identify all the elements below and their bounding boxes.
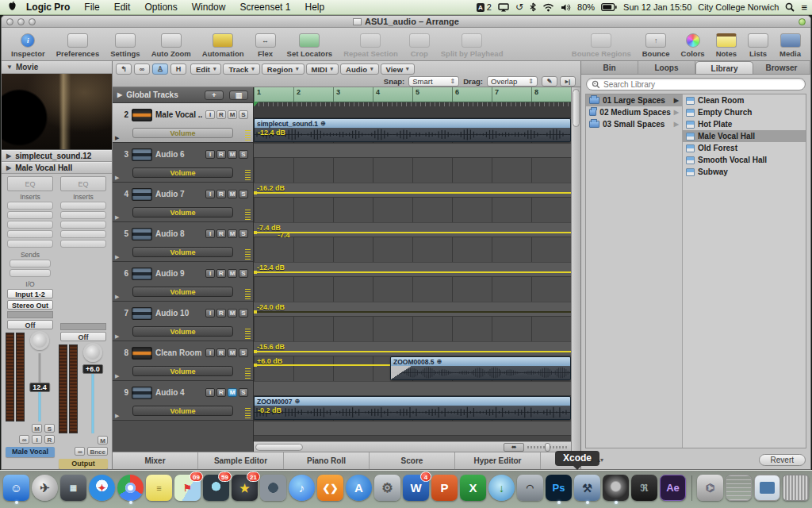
catch-playhead-icon[interactable]: ♙ — [152, 64, 168, 75]
zoom-slider[interactable] — [527, 446, 569, 448]
solo-button[interactable]: S — [239, 309, 248, 318]
global-tracks-header[interactable]: ▶ Global Tracks + ▥ — [113, 87, 253, 103]
arrange-menu-region[interactable]: Region▾ — [262, 64, 304, 75]
insert-slot[interactable] — [60, 240, 106, 248]
drag-popup[interactable]: Overlap⇕ — [487, 76, 538, 87]
dock-powerpoint[interactable]: P — [431, 472, 458, 504]
library-item-hot-plate[interactable]: Hot Plate — [683, 118, 806, 130]
solo-button[interactable]: S — [239, 229, 248, 238]
editor-tab-piano-roll[interactable]: Piano Roll — [284, 452, 370, 469]
dock-itunes[interactable]: ♪ — [288, 472, 316, 504]
toolbar-settings[interactable]: Settings — [105, 33, 144, 58]
tab-loops[interactable]: Loops — [638, 61, 695, 74]
mute-button[interactable]: M — [228, 269, 237, 278]
automation-lane[interactable] — [254, 421, 571, 435]
dock-dragon[interactable]: ℜ — [630, 472, 658, 504]
movie-section-header[interactable]: ▼Movie — [2, 61, 112, 74]
automation-lane[interactable]: -16.2 dB — [254, 183, 571, 197]
send-slot[interactable] — [10, 269, 51, 277]
region-parameters-header[interactable]: ▶simplecut_sound.12 — [2, 150, 112, 162]
tab-library[interactable]: Library — [695, 61, 753, 74]
dock-excel[interactable]: X — [459, 472, 487, 504]
fullscreen-button[interactable] — [799, 18, 806, 25]
input-monitor-button[interactable]: I — [205, 348, 215, 357]
toolbar-bounce[interactable]: ↑Bounce — [638, 33, 675, 58]
dock-finder[interactable]: ☺ — [2, 472, 30, 504]
title-bar[interactable]: ASU1_audio – Arrange — [2, 16, 810, 28]
solo-button[interactable]: S — [239, 269, 248, 278]
disclosure-triangle-icon[interactable]: ▶ — [115, 254, 119, 260]
record-enable-button[interactable]: R — [216, 150, 226, 159]
track-header-audio-4[interactable]: 9Audio 4IRMSVolume▶ — [113, 381, 253, 421]
insert-slot[interactable] — [60, 230, 106, 238]
library-item-old-forest[interactable]: Old Forest — [683, 142, 806, 154]
insert-slot[interactable] — [7, 202, 53, 210]
send-slot[interactable] — [10, 260, 51, 267]
tab-browser[interactable]: Browser — [753, 61, 810, 74]
automation-mode-button[interactable]: Off — [60, 332, 106, 341]
automation-node[interactable] — [254, 350, 257, 353]
menu-edit[interactable]: Edit — [107, 0, 138, 15]
automation-node[interactable] — [254, 364, 257, 367]
volume-automation-line[interactable] — [254, 232, 571, 233]
toolbar-auto-zoom[interactable]: Auto Zoom — [147, 33, 196, 58]
disclosure-triangle-icon[interactable]: ▶ — [115, 333, 119, 340]
zoom-slider-knob[interactable] — [545, 443, 550, 452]
input-monitor-button[interactable]: I — [205, 229, 215, 238]
disclosure-triangle-icon[interactable]: ▶ — [115, 413, 119, 419]
track-header-male-vocal[interactable]: 2Male Vocal ...IRMSVolume▶ — [113, 103, 253, 143]
dock-chrome[interactable] — [117, 472, 144, 504]
library-item-male-vocal-hall[interactable]: Male Vocal Hall — [683, 130, 806, 142]
library-item-smooth-vocal-hall[interactable]: Smooth Vocal Hall — [683, 154, 806, 166]
bounce-button[interactable]: Bnce — [87, 447, 108, 456]
arrange-menu-audio[interactable]: Audio▾ — [340, 64, 378, 75]
record-enable-button[interactable]: R — [216, 229, 226, 238]
volume-automation-line[interactable] — [254, 311, 571, 313]
dock-photos[interactable] — [259, 472, 287, 504]
waveform-zoom-button[interactable]: ⬌ — [504, 443, 524, 452]
automation-node[interactable] — [254, 191, 257, 194]
arrange-menu-midi[interactable]: MIDI▾ — [306, 64, 339, 75]
mute-button[interactable]: M — [228, 388, 237, 397]
track-header-audio-9[interactable]: 6Audio 9IRMSVolume▶ — [113, 262, 253, 302]
dock-trash[interactable] — [782, 472, 810, 504]
insert-slot[interactable] — [7, 211, 53, 219]
editor-tab-hyper-editor[interactable]: Hyper Editor — [455, 452, 541, 469]
arrange-menu-view[interactable]: View▾ — [381, 64, 415, 75]
mute-solo-button-m[interactable]: M — [98, 436, 108, 444]
input-monitor-button[interactable]: I — [205, 190, 215, 198]
dock-launchpad[interactable]: ✈ — [31, 472, 59, 504]
mute-solo-button-m[interactable]: M — [32, 424, 42, 433]
record-button-r[interactable]: R — [44, 435, 55, 444]
mute-button[interactable]: M — [228, 309, 237, 318]
automation-node[interactable] — [254, 271, 257, 274]
track-header-audio-8[interactable]: 5Audio 8IRMSVolume▶ — [113, 222, 253, 262]
volume-automation-line[interactable] — [254, 351, 571, 352]
library-folder-03-small-spaces[interactable]: 03 Small Spaces▶ — [586, 118, 682, 130]
insert-slot[interactable] — [60, 221, 106, 229]
volume-automation-line[interactable] — [254, 192, 571, 194]
automation-mode-button[interactable]: Off — [7, 320, 53, 329]
mute-button[interactable]: M — [228, 229, 237, 238]
menu-window[interactable]: Window — [185, 0, 233, 15]
audio-region-zoom0008-5[interactable]: ZOOM0008.5⊕ — [390, 356, 571, 380]
dock-imovie[interactable]: ★21 — [231, 472, 259, 504]
audio-region-simplecut-sound-1[interactable]: simplecut_sound.1⊕-12.4 dB — [254, 118, 571, 142]
dock-photo-booth[interactable]: 59 — [202, 472, 230, 504]
mute-button[interactable]: M — [228, 110, 237, 119]
track-name-label[interactable]: Male Vocal — [6, 447, 55, 457]
dock-maps[interactable]: ⚑09 — [174, 472, 201, 504]
movie-preview[interactable] — [2, 74, 112, 150]
track-content-row[interactable] — [254, 237, 571, 262]
input-monitor-button[interactable]: I — [205, 150, 215, 159]
dock-photoshop[interactable]: Ps — [545, 472, 573, 504]
snap-popup[interactable]: Smart⇕ — [408, 76, 459, 87]
mute-button[interactable]: M — [228, 190, 237, 198]
solo-button[interactable]: S — [239, 110, 248, 119]
output-name-label[interactable]: Output — [59, 459, 108, 469]
menu-bar-clock[interactable]: Sun 12 Jan 15:50 — [623, 2, 691, 12]
dock-web-download[interactable]: ↓ — [488, 472, 515, 504]
dock-system-preferences[interactable]: ⚙ — [373, 472, 401, 504]
time-machine-icon[interactable]: ↺ — [515, 2, 523, 13]
spotlight-icon[interactable] — [785, 2, 795, 13]
